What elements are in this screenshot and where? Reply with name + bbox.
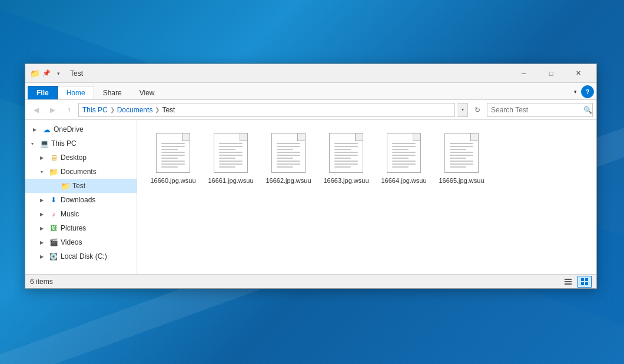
onedrive-icon: ☁ xyxy=(42,125,51,134)
svg-rect-2 xyxy=(565,283,572,285)
pictures-icon: 🖼 xyxy=(49,223,58,233)
forward-button[interactable]: ▶ xyxy=(45,103,59,117)
thispc-label: This PC xyxy=(51,139,77,148)
breadcrumb-bar: This PC ❯ Documents ❯ Test xyxy=(78,103,455,117)
search-button[interactable]: 🔍 xyxy=(583,103,592,116)
file-line xyxy=(334,158,351,159)
file-line xyxy=(334,149,351,150)
breadcrumb-arrow-2: ❯ xyxy=(155,106,160,113)
up-button[interactable]: ↑ xyxy=(62,103,76,117)
documents-icon: 📁 xyxy=(49,167,58,176)
file-icon-2 xyxy=(270,132,307,174)
main-content: ▶ ☁ OneDrive ▾ 💻 This PC ▶ 🖥 Desktop xyxy=(25,120,596,274)
file-line xyxy=(392,155,416,156)
tab-home[interactable]: Home xyxy=(58,86,94,99)
file-line xyxy=(219,163,243,165)
close-button[interactable]: ✕ xyxy=(565,64,592,83)
test-label: Test xyxy=(72,182,85,190)
ribbon-collapse-btn[interactable]: ▾ xyxy=(569,86,581,98)
file-lines-0 xyxy=(161,143,185,168)
sidebar-item-documents[interactable]: ▾ 📁 Documents xyxy=(25,165,137,179)
list-item[interactable]: 16663.jpg.wsuu xyxy=(320,129,373,187)
list-item[interactable]: 16664.jpg.wsuu xyxy=(377,129,430,187)
file-line xyxy=(392,143,416,144)
downloads-icon: ⬇ xyxy=(49,195,58,205)
refresh-button[interactable]: ↻ xyxy=(470,103,484,117)
search-input[interactable] xyxy=(487,106,583,114)
file-icon-3 xyxy=(327,132,365,174)
breadcrumb-item-documents[interactable]: Documents xyxy=(117,106,153,114)
file-line xyxy=(334,166,351,168)
sidebar-item-downloads[interactable]: ▶ ⬇ Downloads xyxy=(25,193,137,207)
details-view-button[interactable] xyxy=(561,276,575,288)
list-item[interactable]: 16660.jpg.wsuu xyxy=(147,129,200,187)
expand-localdisk-icon: ▶ xyxy=(37,252,47,261)
documents-label: Documents xyxy=(61,168,97,176)
sidebar-item-pictures[interactable]: ▶ 🖼 Pictures xyxy=(25,221,137,235)
minimize-button[interactable]: ─ xyxy=(510,64,537,83)
file-line xyxy=(450,163,473,165)
file-explorer-window: 📁 📌 ▾ Test ─ □ ✕ File Home Share View ▾ … xyxy=(25,64,597,289)
address-dropdown-button[interactable]: ▾ xyxy=(457,103,468,117)
file-line xyxy=(392,149,409,150)
tab-view[interactable]: View xyxy=(131,86,164,99)
sidebar-item-music[interactable]: ▶ ♪ Music xyxy=(25,207,137,221)
file-line xyxy=(161,158,178,159)
maximize-button[interactable]: □ xyxy=(537,64,565,83)
tab-file[interactable]: File xyxy=(28,86,58,99)
file-name-2: 16662.jpg.wsuu xyxy=(265,176,311,185)
file-line xyxy=(161,143,185,144)
file-line xyxy=(392,166,409,168)
sidebar-item-onedrive[interactable]: ▶ ☁ OneDrive xyxy=(25,122,137,136)
file-line xyxy=(334,152,358,153)
breadcrumb-item-test: Test xyxy=(162,106,175,114)
title-folder-icon: 📁 xyxy=(30,69,39,78)
file-line xyxy=(450,158,466,159)
list-item[interactable]: 16665.jpg.wsuu xyxy=(435,129,488,187)
file-line xyxy=(392,161,416,162)
sidebar-item-videos[interactable]: ▶ 🎬 Videos xyxy=(25,235,137,249)
file-icon-1 xyxy=(212,132,250,174)
sidebar-scroll[interactable]: ▶ ☁ OneDrive ▾ 💻 This PC ▶ 🖥 Desktop xyxy=(25,120,137,274)
window-controls: ─ □ ✕ xyxy=(510,64,592,83)
file-lines-4 xyxy=(392,143,416,168)
sidebar-item-desktop[interactable]: ▶ 🖥 Desktop xyxy=(25,151,137,165)
file-line xyxy=(450,155,473,156)
file-name-3: 16663.jpg.wsuu xyxy=(323,176,369,185)
file-line xyxy=(392,163,416,165)
title-pin-icon: 📌 xyxy=(42,69,51,78)
file-line xyxy=(219,161,243,162)
expand-desktop-icon: ▶ xyxy=(37,153,47,162)
file-page-1 xyxy=(214,133,248,173)
file-line xyxy=(277,146,300,147)
back-button[interactable]: ◀ xyxy=(29,103,43,117)
file-line xyxy=(277,158,293,159)
file-line xyxy=(219,146,243,147)
test-folder-icon: 📁 xyxy=(61,181,70,191)
list-item[interactable]: 16661.jpg.wsuu xyxy=(204,129,257,187)
svg-rect-3 xyxy=(581,278,584,281)
file-line xyxy=(161,155,185,156)
item-count: 6 items xyxy=(30,278,53,286)
file-line xyxy=(334,143,358,144)
svg-rect-0 xyxy=(565,279,572,280)
status-bar: 6 items xyxy=(25,274,596,288)
file-line xyxy=(392,152,416,153)
details-view-icon xyxy=(564,278,572,286)
sidebar-item-thispc[interactable]: ▾ 💻 This PC xyxy=(25,136,137,151)
large-icons-view-button[interactable] xyxy=(577,276,592,288)
breadcrumb-item-thispc[interactable]: This PC xyxy=(82,106,108,114)
file-line xyxy=(277,149,293,150)
tab-share[interactable]: Share xyxy=(94,86,131,99)
svg-rect-5 xyxy=(581,282,584,285)
expand-onedrive-icon: ▶ xyxy=(30,125,39,134)
file-icon-0 xyxy=(154,132,192,174)
list-item[interactable]: 16662.jpg.wsuu xyxy=(262,129,315,187)
file-line xyxy=(392,158,409,159)
sidebar-item-test[interactable]: ▶ 📁 Test xyxy=(25,179,137,193)
file-name-0: 16660.jpg.wsuu xyxy=(150,176,195,185)
help-button[interactable]: ? xyxy=(581,85,594,98)
file-line xyxy=(161,152,185,153)
sidebar-item-local-disk[interactable]: ▶ 💽 Local Disk (C:) xyxy=(25,249,137,263)
music-label: Music xyxy=(61,210,79,218)
